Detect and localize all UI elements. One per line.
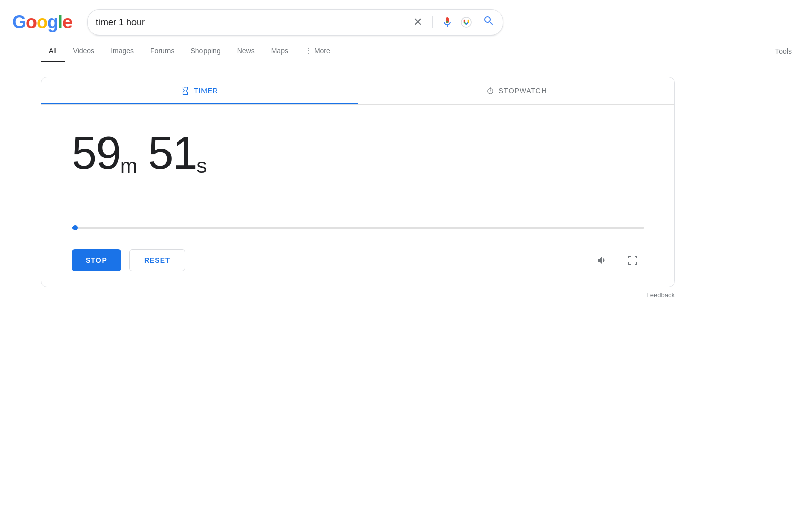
tab-images[interactable]: Images xyxy=(103,41,142,62)
volume-icon[interactable] xyxy=(591,249,614,271)
clear-icon[interactable]: ✕ xyxy=(410,16,425,29)
tab-forums[interactable]: Forums xyxy=(142,41,182,62)
timer-seconds-unit: s xyxy=(197,155,206,177)
timer-seconds: 51 xyxy=(148,128,196,179)
nav-tabs: All Videos Images Forums Shopping News M… xyxy=(0,41,812,62)
tab-shopping[interactable]: Shopping xyxy=(183,41,229,62)
search-bar: ✕ xyxy=(87,9,503,36)
feedback-row: Feedback xyxy=(41,287,675,299)
timer-minutes: 59 xyxy=(72,128,120,179)
hourglass-icon xyxy=(181,86,190,95)
tab-maps[interactable]: Maps xyxy=(263,41,296,62)
tab-more[interactable]: ⋮ More xyxy=(296,41,339,62)
main-content: TIMER STOPWATCH 59m 51s xyxy=(0,62,812,313)
search-input[interactable] xyxy=(96,17,405,28)
google-logo[interactable]: Google xyxy=(12,12,72,33)
tab-all[interactable]: All xyxy=(41,41,65,62)
timer-display-area: 59m 51s xyxy=(41,105,674,227)
timer-card: TIMER STOPWATCH 59m 51s xyxy=(41,77,675,287)
tab-timer[interactable]: TIMER xyxy=(41,77,358,104)
progress-bar-bg xyxy=(72,227,644,229)
timer-minutes-unit: m xyxy=(120,155,136,177)
reset-button[interactable]: RESET xyxy=(129,249,185,271)
timer-tabs: TIMER STOPWATCH xyxy=(41,77,674,105)
lens-icon[interactable] xyxy=(459,15,473,29)
tools-tab[interactable]: Tools xyxy=(767,41,800,61)
stop-button[interactable]: STOP xyxy=(72,249,121,271)
progress-dot xyxy=(73,225,78,230)
search-divider xyxy=(432,16,433,28)
timer-controls: STOP RESET xyxy=(41,239,674,287)
dots-icon: ⋮ xyxy=(304,47,312,55)
tab-stopwatch[interactable]: STOPWATCH xyxy=(358,77,674,104)
tab-videos[interactable]: Videos xyxy=(65,41,103,62)
search-icon[interactable] xyxy=(479,15,495,30)
fullscreen-icon[interactable] xyxy=(622,249,644,271)
mic-icon[interactable] xyxy=(440,15,454,29)
feedback-link[interactable]: Feedback xyxy=(646,291,675,299)
svg-point-0 xyxy=(446,21,448,23)
stopwatch-icon xyxy=(486,86,495,95)
progress-bar-container xyxy=(41,227,674,239)
tab-news[interactable]: News xyxy=(229,41,263,62)
timer-display: 59m 51s xyxy=(72,130,644,176)
header: Google ✕ xyxy=(0,0,812,41)
